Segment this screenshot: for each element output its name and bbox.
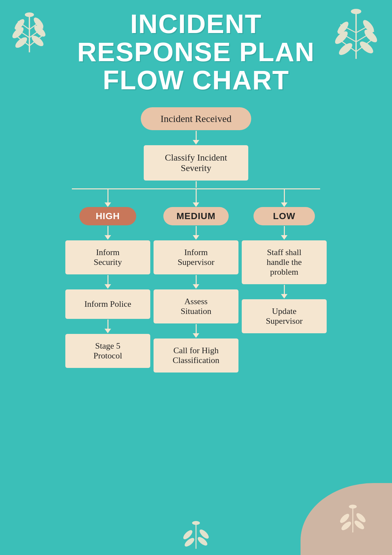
arrow-high-3 — [105, 320, 111, 333]
classify-node: Classify Incident Severity — [144, 145, 248, 181]
flowchart: Incident Received Classify Incident Seve… — [0, 107, 392, 373]
medium-badge: MEDIUM — [163, 207, 229, 225]
assess-situation-node: Assess Situation — [154, 289, 238, 323]
title-line3: FLOW CHART — [77, 66, 315, 94]
arrow-to-branch — [196, 181, 197, 188]
svg-point-21 — [351, 9, 361, 14]
low-column: LOW Staff shall handle the problem Updat… — [248, 189, 320, 333]
call-high-node: Call for High Classification — [154, 338, 238, 373]
title-line2: RESPONSE PLAN — [77, 38, 315, 66]
title-line1: INCIDENT — [77, 10, 315, 38]
arrow-medium-1 — [193, 226, 199, 240]
svg-point-18 — [358, 40, 375, 56]
low-badge: LOW — [253, 207, 315, 225]
leaf-bottom-right-icon — [333, 501, 372, 535]
inform-police-node: Inform Police — [65, 289, 150, 319]
arrow-high-1 — [105, 226, 111, 240]
arrow-to-high — [105, 189, 111, 207]
arrow-low-2 — [281, 285, 287, 299]
inform-security-node: Inform Security — [65, 240, 150, 274]
high-column: HIGH Inform Security Inform Police — [72, 189, 144, 368]
svg-point-7 — [25, 12, 34, 17]
stage5-node: Stage 5 Protocol — [65, 334, 150, 368]
leaf-top-left-icon — [3, 3, 56, 57]
arrow-to-medium — [193, 189, 199, 207]
page: INCIDENT RESPONSE PLAN FLOW CHART Incide… — [0, 0, 392, 555]
leaf-bottom-center-icon — [176, 518, 216, 552]
arrow-medium-2 — [193, 275, 199, 289]
arrow-medium-3 — [193, 324, 199, 338]
arrow-low-1 — [281, 226, 287, 240]
svg-point-39 — [349, 505, 357, 509]
arrow-to-low — [281, 189, 287, 207]
update-supervisor-node: Update Supervisor — [242, 299, 327, 333]
branch-row: HIGH Inform Security Inform Police — [72, 189, 320, 373]
title-section: INCIDENT RESPONSE PLAN FLOW CHART — [51, 10, 341, 94]
medium-column: MEDIUM Inform Supervisor Assess Situatio… — [160, 189, 232, 373]
staff-handle-node: Staff shall handle the problem — [242, 240, 327, 284]
inform-supervisor-node: Inform Supervisor — [154, 240, 238, 274]
incident-received-node: Incident Received — [141, 107, 251, 130]
arrow-high-2 — [105, 275, 111, 289]
arrow-to-classify — [193, 131, 199, 145]
svg-point-33 — [192, 521, 200, 525]
high-badge: HIGH — [79, 207, 136, 225]
